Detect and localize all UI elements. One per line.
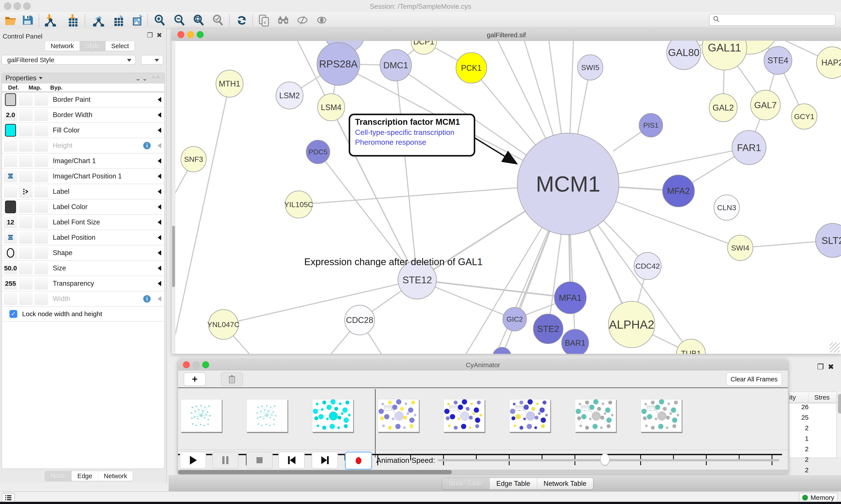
tab-network[interactable]: Network <box>98 471 133 481</box>
mapping-cell[interactable] <box>19 216 33 228</box>
zoom-selected-icon[interactable] <box>212 14 224 26</box>
scrollbar-thumb[interactable] <box>178 470 452 474</box>
node-table[interactable]: ityStres 26252122222 <box>789 392 837 458</box>
timeline-hscrollbar[interactable] <box>178 470 788 475</box>
node-YNL047C[interactable]: YNL047C <box>207 310 239 339</box>
table-row[interactable]: 26 <box>789 403 836 414</box>
show-icon[interactable] <box>315 14 328 26</box>
skip-start-button[interactable] <box>279 452 305 469</box>
default-cell[interactable] <box>4 231 17 244</box>
default-cell[interactable] <box>4 124 17 137</box>
search-box[interactable] <box>709 14 836 25</box>
network-canvas[interactable]: DCP1RPS28ADMC1PCK1SWI5GAL80GAL11STE4HAP2… <box>172 41 841 354</box>
mapping-cell[interactable] <box>19 155 33 167</box>
close-panel-icon[interactable]: ✖ <box>157 31 162 39</box>
properties-header[interactable]: Properties ⌄⌄ ^^ <box>2 73 164 84</box>
position-icon[interactable] <box>7 173 14 179</box>
export-image-icon[interactable] <box>131 14 144 26</box>
slider-thumb[interactable] <box>600 453 609 465</box>
bypass-cell[interactable] <box>34 293 48 305</box>
bypass-cell[interactable] <box>34 185 48 198</box>
default-cell[interactable]: 255 <box>4 277 17 290</box>
table-row[interactable]: 25 <box>789 414 836 424</box>
property-row-label-font-size[interactable]: 12Label Font Size <box>2 215 164 230</box>
import-network-icon[interactable] <box>43 14 56 26</box>
zoom-in-icon[interactable] <box>153 14 166 26</box>
node-SWI5[interactable]: SWI5 <box>577 55 603 80</box>
expand-row-icon[interactable] <box>158 174 161 179</box>
annotation-box[interactable]: Transcription factor MCM1 Cell-type-spec… <box>349 114 475 157</box>
zoom-fit-icon[interactable] <box>192 14 205 26</box>
frame-thumbnail-6[interactable] <box>575 399 616 432</box>
property-row-fill-color[interactable]: Fill Color <box>2 123 164 138</box>
resize-grip[interactable] <box>829 342 840 353</box>
default-cell[interactable] <box>4 201 17 213</box>
mapping-cell[interactable] <box>19 140 33 152</box>
column-header-ity[interactable]: ity <box>789 392 809 403</box>
table-row[interactable]: 1 <box>789 435 836 445</box>
mapping-cell[interactable] <box>19 109 33 121</box>
expand-row-icon[interactable] <box>158 220 161 225</box>
default-cell[interactable]: 50.0 <box>4 262 17 274</box>
frame-thumbnail-3[interactable] <box>378 399 419 432</box>
table-row[interactable]: 2 <box>789 456 836 466</box>
edge-DMC1-STE12[interactable] <box>396 65 417 280</box>
expand-all-icon[interactable]: ⌄⌄ <box>135 75 149 82</box>
tab-style[interactable]: Style <box>80 41 105 51</box>
expand-row-icon[interactable] <box>158 128 161 133</box>
cyanimator-titlebar[interactable]: CyAnimator <box>178 359 788 371</box>
node-MFA1[interactable]: MFA1 <box>554 282 586 314</box>
bypass-cell[interactable] <box>34 155 48 167</box>
default-cell[interactable] <box>4 155 17 167</box>
find-icon[interactable] <box>277 14 289 26</box>
position-icon[interactable] <box>7 234 14 240</box>
node-SWI4[interactable]: SWI4 <box>728 235 753 260</box>
tab-edge-table[interactable]: Edge Table <box>490 478 537 489</box>
node-YIL105C[interactable]: YIL105C <box>284 191 313 218</box>
node-FAR1[interactable]: FAR1 <box>732 130 766 165</box>
playhead[interactable] <box>375 389 376 457</box>
node-CLN3[interactable]: CLN3 <box>714 195 739 220</box>
mapping-cell[interactable] <box>19 201 33 213</box>
play-button[interactable] <box>180 452 206 469</box>
mapping-cell[interactable] <box>19 185 33 198</box>
close-panel-icon[interactable]: ✖ <box>828 363 838 371</box>
mapping-cell[interactable] <box>19 262 33 274</box>
hide-icon[interactable] <box>296 14 309 26</box>
frame-thumbnail-2[interactable] <box>312 399 353 432</box>
default-value[interactable]: 12 <box>7 218 14 226</box>
network-vertical-scrollbar[interactable] <box>172 41 175 354</box>
mapping-cell[interactable] <box>19 124 33 137</box>
expand-row-icon[interactable] <box>158 189 161 194</box>
expand-row-icon[interactable] <box>158 281 161 286</box>
float-panel-icon[interactable]: ❐ <box>817 363 828 371</box>
node-SLT2[interactable]: SLT2 <box>816 223 841 257</box>
bypass-cell[interactable] <box>34 262 48 274</box>
node-STE4[interactable]: STE4 <box>764 47 792 74</box>
table-row[interactable]: 2 <box>789 424 836 435</box>
node-MTH1[interactable]: MTH1 <box>216 70 243 97</box>
expand-row-icon[interactable] <box>158 235 161 240</box>
scrollbar-thumb[interactable] <box>172 226 175 287</box>
property-row-size[interactable]: 50.0Size <box>2 261 164 276</box>
edge-MTH1-a6[interactable] <box>175 84 230 335</box>
discrete-mapping-icon[interactable] <box>22 188 29 195</box>
pause-button[interactable] <box>212 452 238 469</box>
table-scrollbar[interactable] <box>837 392 841 457</box>
import-table-icon[interactable] <box>67 14 79 26</box>
export-network-icon[interactable] <box>92 14 105 26</box>
default-value[interactable]: 255 <box>5 280 16 287</box>
node-GAL11[interactable]: GAL11 <box>702 41 747 70</box>
property-row-height[interactable]: Heighti <box>2 138 164 154</box>
expand-row-icon[interactable] <box>158 204 161 210</box>
property-row-label-color[interactable]: Label Color <box>2 199 164 215</box>
info-icon[interactable]: i <box>143 142 151 149</box>
property-row-border-paint[interactable]: Border Paint <box>2 92 164 108</box>
record-button[interactable] <box>345 452 372 470</box>
mapping-cell[interactable] <box>19 231 33 244</box>
tab-network[interactable]: Network <box>45 41 80 51</box>
node-CDC28[interactable]: CDC28 <box>345 305 375 335</box>
node-PDC5[interactable]: PDC5 <box>306 140 330 164</box>
column-header-Stres[interactable]: Stres <box>809 392 835 403</box>
node-PCK1[interactable]: PCK1 <box>456 53 487 83</box>
